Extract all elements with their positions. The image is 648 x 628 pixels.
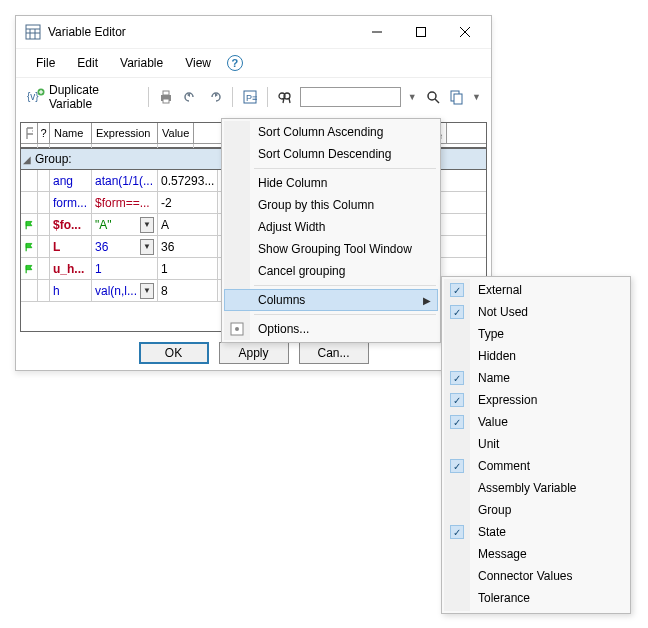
svg-rect-6: [417, 28, 426, 37]
cell-flag: [21, 192, 38, 213]
svg-rect-15: [163, 99, 169, 103]
copy-button[interactable]: [448, 87, 466, 107]
menubar: File Edit Variable View ?: [16, 48, 491, 77]
columns-toggle-name[interactable]: ✓Name: [444, 367, 628, 386]
cell-value[interactable]: 8: [158, 280, 218, 301]
ctx-group-by[interactable]: Group by this Column: [224, 194, 438, 216]
cell-expression[interactable]: val(n,l...▼: [92, 280, 158, 301]
columns-toggle-label: Not Used: [478, 305, 528, 319]
col-value[interactable]: Value: [158, 123, 194, 143]
columns-toggle-external[interactable]: ✓External: [444, 279, 628, 301]
cell-dropdown[interactable]: ▼: [140, 239, 154, 255]
svg-rect-25: [454, 94, 462, 104]
cell-name[interactable]: u_h...: [50, 258, 92, 279]
menu-variable[interactable]: Variable: [110, 53, 173, 73]
cell-expression[interactable]: 1: [92, 258, 158, 279]
window-title: Variable Editor: [48, 25, 355, 39]
cancel-button[interactable]: Can...: [299, 342, 369, 364]
cell-expression[interactable]: $form==...: [92, 192, 158, 213]
cell-flag: [21, 258, 38, 279]
apply-button[interactable]: Apply: [219, 342, 289, 364]
cell-dropdown[interactable]: ▼: [140, 217, 154, 233]
col-flag[interactable]: [21, 123, 38, 143]
ctx-columns-label: Columns: [258, 293, 305, 307]
cell-name[interactable]: form...: [50, 192, 92, 213]
ctx-cancel-grouping[interactable]: Cancel grouping: [224, 260, 438, 282]
cell-used: [38, 280, 50, 301]
find-button[interactable]: [276, 87, 294, 107]
columns-submenu: ✓External✓Not UsedTypeHidden✓Name✓Expres…: [441, 276, 631, 386]
ctx-show-grouping[interactable]: Show Grouping Tool Window: [224, 238, 438, 260]
svg-text:{v}: {v}: [27, 91, 39, 102]
ctx-adjust-width[interactable]: Adjust Width: [224, 216, 438, 238]
columns-toggle-type[interactable]: Type: [444, 323, 628, 345]
columns-toggle-label: Name: [478, 371, 510, 385]
ctx-options[interactable]: Options...: [224, 318, 438, 340]
ctx-sort-asc[interactable]: Sort Column Ascending: [224, 121, 438, 143]
duplicate-icon: {v}: [27, 88, 45, 107]
column-context-menu: Sort Column Ascending Sort Column Descen…: [221, 118, 441, 343]
svg-point-29: [235, 327, 239, 331]
svg-line-23: [435, 99, 439, 103]
check-icon: ✓: [450, 371, 464, 385]
cell-name[interactable]: $fo...: [50, 214, 92, 235]
cell-name[interactable]: ang: [50, 170, 92, 191]
menu-view[interactable]: View: [175, 53, 221, 73]
search-dropdown[interactable]: ▼: [407, 92, 418, 102]
cell-dropdown[interactable]: ▼: [140, 283, 154, 299]
columns-toggle-hidden[interactable]: Hidden: [444, 345, 628, 367]
cell-value[interactable]: 0.57293...: [158, 170, 218, 191]
cell-expression[interactable]: atan(1/1(...: [92, 170, 158, 191]
columns-toggle-label: Hidden: [478, 349, 516, 363]
cell-flag: [21, 214, 38, 235]
cell-value[interactable]: 1: [158, 258, 218, 279]
duplicate-variable-button[interactable]: {v} Duplicate Variable: [22, 80, 140, 114]
app-icon: [24, 23, 42, 41]
ok-button[interactable]: OK: [139, 342, 209, 364]
check-icon: ✓: [450, 283, 464, 297]
menu-edit[interactable]: Edit: [67, 53, 108, 73]
toolbar-overflow[interactable]: ▼: [472, 92, 485, 102]
undo-button[interactable]: [181, 87, 199, 107]
svg-rect-0: [26, 25, 40, 39]
cell-value[interactable]: -2: [158, 192, 218, 213]
duplicate-label: Duplicate Variable: [49, 83, 135, 111]
cell-name[interactable]: h: [50, 280, 92, 301]
cell-used: [38, 258, 50, 279]
group-collapse-icon[interactable]: ◢: [23, 154, 31, 165]
col-scroll: [447, 123, 486, 143]
ctx-hide-column[interactable]: Hide Column: [224, 172, 438, 194]
properties-button[interactable]: P≡: [241, 87, 259, 107]
svg-line-21: [289, 98, 290, 103]
toolbar: {v} Duplicate Variable P≡: [16, 77, 491, 118]
cell-value[interactable]: 36: [158, 236, 218, 257]
cell-flag: [21, 280, 38, 301]
print-button[interactable]: [157, 87, 175, 107]
titlebar: Variable Editor: [16, 16, 491, 48]
cell-used: [38, 170, 50, 191]
maximize-button[interactable]: [399, 18, 443, 46]
menu-file[interactable]: File: [26, 53, 65, 73]
search-button[interactable]: [424, 87, 442, 107]
search-input[interactable]: [300, 87, 401, 107]
cell-expression[interactable]: "A"▼: [92, 214, 158, 235]
cell-name[interactable]: L: [50, 236, 92, 257]
close-button[interactable]: [443, 18, 487, 46]
help-icon[interactable]: ?: [227, 55, 243, 71]
col-name[interactable]: Name: [50, 123, 92, 143]
options-icon: [228, 320, 246, 338]
ctx-options-label: Options...: [258, 322, 309, 336]
minimize-button[interactable]: [355, 18, 399, 46]
cell-used: [38, 192, 50, 213]
submenu-arrow-icon: ▶: [423, 295, 431, 306]
redo-button[interactable]: [206, 87, 224, 107]
cell-value[interactable]: A: [158, 214, 218, 235]
svg-rect-14: [163, 91, 169, 95]
cell-expression[interactable]: 36▼: [92, 236, 158, 257]
check-icon: ✓: [450, 305, 464, 319]
ctx-columns[interactable]: Columns ▶: [224, 289, 438, 311]
col-expression[interactable]: Expression: [92, 123, 158, 143]
columns-toggle-not-used[interactable]: ✓Not Used: [444, 301, 628, 323]
ctx-sort-desc[interactable]: Sort Column Descending: [224, 143, 438, 165]
col-used[interactable]: ?: [38, 123, 50, 143]
